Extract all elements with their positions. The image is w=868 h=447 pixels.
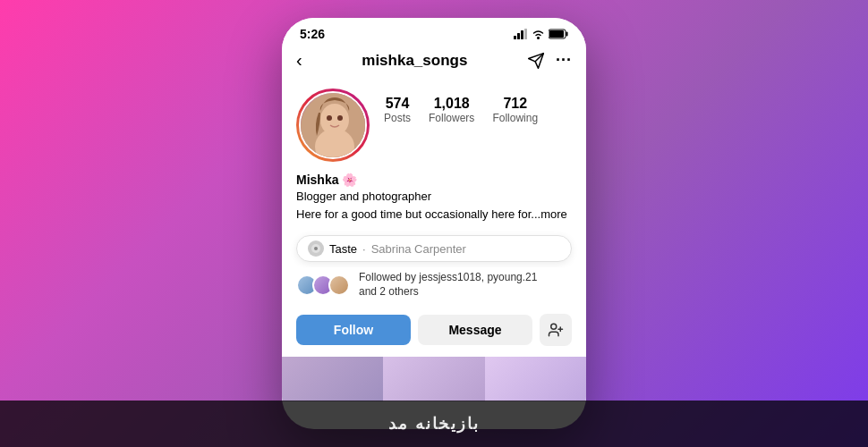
followed-line2: and 2 others (359, 285, 537, 299)
send-icon[interactable] (527, 52, 545, 70)
svg-point-13 (327, 115, 332, 121)
followed-by: Followed by jessjess1018, pyoung.21 and … (282, 267, 586, 306)
svg-point-17 (551, 324, 557, 329)
svg-point-16 (314, 247, 318, 250)
status-time: 5:26 (300, 27, 325, 41)
back-button[interactable]: ‹ (296, 50, 302, 71)
svg-point-4 (537, 37, 540, 39)
nav-actions: ··· (527, 51, 572, 70)
nav-bar: ‹ mishka_songs ··· (282, 45, 586, 78)
signal-icon (514, 29, 528, 39)
svg-point-14 (337, 115, 343, 121)
svg-rect-2 (521, 30, 523, 39)
status-icons (514, 29, 568, 39)
profile-section: 574 Posts 1,018 Followers 712 Following (282, 78, 586, 169)
add-person-button[interactable] (540, 314, 572, 346)
name-emoji: 🌸 (342, 173, 357, 187)
music-separator: · (362, 242, 366, 256)
follower-avatar-3 (328, 274, 350, 296)
nav-username: mishka_songs (362, 52, 467, 70)
stat-following[interactable]: 712 Following (492, 96, 538, 124)
phone-mockup: 5:26 ‹ (282, 18, 586, 429)
thumb-3 (485, 357, 586, 401)
bio-line2: Here for a good time but occasionally he… (296, 207, 572, 223)
thumbnail-strip (282, 357, 586, 401)
followed-text: Followed by jessjess1018, pyoung.21 and … (359, 271, 537, 299)
svg-rect-1 (517, 33, 520, 39)
posts-label: Posts (384, 112, 411, 124)
followed-line1: Followed by jessjess1018, pyoung.21 (359, 271, 537, 285)
bio-line1: Blogger and photographer (296, 189, 572, 205)
avatar-image (301, 93, 367, 159)
battery-icon (549, 29, 568, 39)
avatar-face (301, 93, 365, 157)
thumb-2 (383, 357, 484, 401)
stat-followers[interactable]: 1,018 Followers (429, 96, 474, 124)
action-buttons: Follow Message (282, 307, 586, 357)
watermark: بازیخانه مد (0, 401, 868, 447)
avatar-ring (296, 89, 370, 162)
message-button[interactable]: Message (418, 315, 532, 345)
music-icon (308, 240, 324, 257)
svg-rect-3 (524, 29, 527, 39)
svg-rect-7 (566, 32, 568, 37)
following-label: Following (492, 112, 538, 124)
followers-count: 1,018 (429, 96, 474, 112)
following-count: 712 (492, 96, 538, 112)
watermark-text: بازیخانه مد (388, 414, 480, 434)
svg-rect-0 (514, 36, 516, 39)
followers-label: Followers (429, 112, 474, 124)
follow-button[interactable]: Follow (296, 315, 411, 345)
music-pill[interactable]: Taste · Sabrina Carpenter (296, 235, 572, 262)
bio-section: Mishka 🌸 Blogger and photographer Here f… (282, 169, 586, 230)
wifi-icon (532, 29, 545, 39)
avatar (299, 91, 367, 159)
status-bar: 5:26 (282, 18, 586, 45)
avatar-wrapper (296, 89, 370, 162)
more-icon[interactable]: ··· (556, 51, 572, 70)
music-note-icon (311, 243, 321, 254)
stat-posts[interactable]: 574 Posts (384, 96, 411, 124)
stats-row: 574 Posts 1,018 Followers 712 Following (384, 89, 538, 124)
add-person-icon (548, 322, 564, 338)
follower-avatars (296, 274, 345, 296)
music-title: Taste (329, 242, 357, 256)
svg-rect-6 (549, 30, 564, 38)
profile-name: Mishka 🌸 (296, 173, 572, 187)
music-artist: Sabrina Carpenter (371, 242, 466, 256)
thumb-1 (282, 357, 383, 401)
posts-count: 574 (384, 96, 411, 112)
back-chevron-icon: ‹ (296, 50, 302, 71)
